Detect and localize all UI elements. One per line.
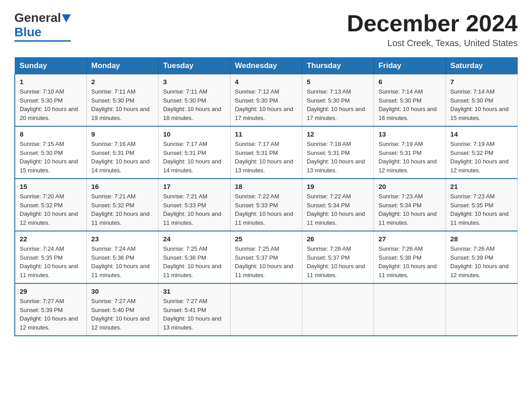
day-info: Sunrise: 7:22 AMSunset: 5:34 PMDaylight:… [307, 193, 365, 226]
day-info: Sunrise: 7:14 AMSunset: 5:30 PMDaylight:… [378, 88, 437, 121]
col-saturday: Saturday [446, 58, 517, 74]
day-info: Sunrise: 7:24 AMSunset: 5:36 PMDaylight:… [91, 245, 150, 278]
calendar-cell: 14 Sunrise: 7:19 AMSunset: 5:32 PMDaylig… [446, 126, 517, 179]
day-info: Sunrise: 7:16 AMSunset: 5:31 PMDaylight:… [91, 141, 150, 174]
title-block: December 2024 Lost Creek, Texas, United … [347, 11, 518, 48]
calendar-cell: 18 Sunrise: 7:22 AMSunset: 5:33 PMDaylig… [230, 179, 302, 231]
day-info: Sunrise: 7:10 AMSunset: 5:30 PMDaylight:… [20, 88, 78, 121]
calendar-cell: 25 Sunrise: 7:25 AMSunset: 5:37 PMDaylig… [230, 231, 302, 283]
calendar-table: Sunday Monday Tuesday Wednesday Thursday… [14, 57, 518, 336]
day-info: Sunrise: 7:20 AMSunset: 5:32 PMDaylight:… [20, 193, 78, 226]
day-number: 3 [163, 78, 225, 86]
calendar-cell: 9 Sunrise: 7:16 AMSunset: 5:31 PMDayligh… [86, 126, 158, 179]
day-info: Sunrise: 7:22 AMSunset: 5:33 PMDaylight:… [235, 193, 293, 226]
day-number: 16 [91, 183, 154, 190]
calendar-week-row: 1 Sunrise: 7:10 AMSunset: 5:30 PMDayligh… [15, 74, 518, 127]
day-number: 13 [378, 130, 441, 138]
day-number: 29 [20, 287, 82, 295]
day-number: 9 [91, 130, 154, 138]
day-info: Sunrise: 7:27 AMSunset: 5:41 PMDaylight:… [163, 298, 221, 331]
calendar-cell [446, 283, 517, 336]
day-info: Sunrise: 7:24 AMSunset: 5:35 PMDaylight:… [20, 245, 78, 278]
day-number: 10 [163, 130, 225, 138]
logo-underline [14, 40, 71, 42]
day-info: Sunrise: 7:14 AMSunset: 5:30 PMDaylight:… [450, 88, 509, 121]
day-info: Sunrise: 7:25 AMSunset: 5:36 PMDaylight:… [163, 245, 221, 278]
day-number: 7 [450, 78, 513, 86]
day-number: 30 [91, 287, 154, 295]
day-info: Sunrise: 7:19 AMSunset: 5:31 PMDaylight:… [378, 141, 437, 174]
logo: General Blue [14, 11, 71, 42]
calendar-cell: 29 Sunrise: 7:27 AMSunset: 5:39 PMDaylig… [15, 283, 86, 336]
day-number: 12 [307, 130, 369, 138]
day-number: 23 [91, 235, 154, 243]
calendar-cell: 1 Sunrise: 7:10 AMSunset: 5:30 PMDayligh… [15, 74, 86, 127]
day-info: Sunrise: 7:21 AMSunset: 5:32 PMDaylight:… [91, 193, 150, 226]
day-number: 8 [20, 130, 82, 138]
day-number: 19 [307, 183, 369, 190]
calendar-cell [230, 283, 302, 336]
day-number: 31 [163, 287, 225, 295]
day-number: 15 [20, 183, 82, 190]
calendar-cell: 2 Sunrise: 7:11 AMSunset: 5:30 PMDayligh… [86, 74, 158, 127]
day-info: Sunrise: 7:25 AMSunset: 5:37 PMDaylight:… [235, 245, 293, 278]
day-number: 6 [378, 78, 441, 86]
calendar-cell: 30 Sunrise: 7:27 AMSunset: 5:40 PMDaylig… [86, 283, 158, 336]
day-info: Sunrise: 7:26 AMSunset: 5:39 PMDaylight:… [450, 245, 509, 278]
calendar-cell: 8 Sunrise: 7:15 AMSunset: 5:30 PMDayligh… [15, 126, 86, 179]
calendar-cell: 26 Sunrise: 7:26 AMSunset: 5:37 PMDaylig… [302, 231, 373, 283]
day-number: 18 [235, 183, 297, 190]
day-number: 14 [450, 130, 513, 138]
calendar-cell: 6 Sunrise: 7:14 AMSunset: 5:30 PMDayligh… [374, 74, 446, 127]
day-number: 20 [378, 183, 441, 190]
col-tuesday: Tuesday [159, 58, 230, 74]
logo-triangle-icon [62, 14, 71, 22]
day-info: Sunrise: 7:27 AMSunset: 5:39 PMDaylight:… [20, 298, 78, 331]
calendar-week-row: 15 Sunrise: 7:20 AMSunset: 5:32 PMDaylig… [15, 179, 518, 231]
day-info: Sunrise: 7:23 AMSunset: 5:35 PMDaylight:… [450, 193, 509, 226]
logo-text: General [14, 11, 71, 25]
day-info: Sunrise: 7:17 AMSunset: 5:31 PMDaylight:… [235, 141, 293, 174]
day-number: 11 [235, 130, 297, 138]
calendar-cell: 7 Sunrise: 7:14 AMSunset: 5:30 PMDayligh… [446, 74, 517, 127]
day-number: 21 [450, 183, 513, 190]
day-info: Sunrise: 7:17 AMSunset: 5:31 PMDaylight:… [163, 141, 221, 174]
day-info: Sunrise: 7:12 AMSunset: 5:30 PMDaylight:… [235, 88, 293, 121]
calendar-cell: 19 Sunrise: 7:22 AMSunset: 5:34 PMDaylig… [302, 179, 373, 231]
location: Lost Creek, Texas, United States [347, 38, 518, 48]
calendar-cell: 20 Sunrise: 7:23 AMSunset: 5:34 PMDaylig… [374, 179, 446, 231]
calendar-cell: 22 Sunrise: 7:24 AMSunset: 5:35 PMDaylig… [15, 231, 86, 283]
logo-blue: Blue [14, 25, 42, 39]
calendar-cell: 28 Sunrise: 7:26 AMSunset: 5:39 PMDaylig… [446, 231, 517, 283]
calendar-cell [302, 283, 373, 336]
calendar-cell: 23 Sunrise: 7:24 AMSunset: 5:36 PMDaylig… [86, 231, 158, 283]
calendar-cell [374, 283, 446, 336]
day-info: Sunrise: 7:26 AMSunset: 5:37 PMDaylight:… [307, 245, 365, 278]
day-info: Sunrise: 7:23 AMSunset: 5:34 PMDaylight:… [378, 193, 437, 226]
day-number: 17 [163, 183, 225, 190]
day-info: Sunrise: 7:18 AMSunset: 5:31 PMDaylight:… [307, 141, 365, 174]
calendar-week-row: 29 Sunrise: 7:27 AMSunset: 5:39 PMDaylig… [15, 283, 518, 336]
calendar-cell: 10 Sunrise: 7:17 AMSunset: 5:31 PMDaylig… [159, 126, 230, 179]
calendar-cell: 17 Sunrise: 7:21 AMSunset: 5:33 PMDaylig… [159, 179, 230, 231]
col-wednesday: Wednesday [230, 58, 302, 74]
day-number: 25 [235, 235, 297, 243]
calendar-week-row: 8 Sunrise: 7:15 AMSunset: 5:30 PMDayligh… [15, 126, 518, 179]
day-info: Sunrise: 7:11 AMSunset: 5:30 PMDaylight:… [91, 88, 150, 121]
col-monday: Monday [86, 58, 158, 74]
day-number: 24 [163, 235, 225, 243]
logo-general: General [14, 11, 61, 25]
calendar-week-row: 22 Sunrise: 7:24 AMSunset: 5:35 PMDaylig… [15, 231, 518, 283]
day-info: Sunrise: 7:27 AMSunset: 5:40 PMDaylight:… [91, 298, 150, 331]
calendar-cell: 31 Sunrise: 7:27 AMSunset: 5:41 PMDaylig… [159, 283, 230, 336]
calendar-cell: 5 Sunrise: 7:13 AMSunset: 5:30 PMDayligh… [302, 74, 373, 127]
day-info: Sunrise: 7:13 AMSunset: 5:30 PMDaylight:… [307, 88, 365, 121]
calendar-cell: 15 Sunrise: 7:20 AMSunset: 5:32 PMDaylig… [15, 179, 86, 231]
day-number: 28 [450, 235, 513, 243]
day-info: Sunrise: 7:15 AMSunset: 5:30 PMDaylight:… [20, 141, 78, 174]
page-header: General Blue December 2024 Lost Creek, T… [14, 11, 518, 48]
day-number: 5 [307, 78, 369, 86]
day-info: Sunrise: 7:26 AMSunset: 5:38 PMDaylight:… [378, 245, 437, 278]
day-number: 4 [235, 78, 297, 86]
day-number: 27 [378, 235, 441, 243]
